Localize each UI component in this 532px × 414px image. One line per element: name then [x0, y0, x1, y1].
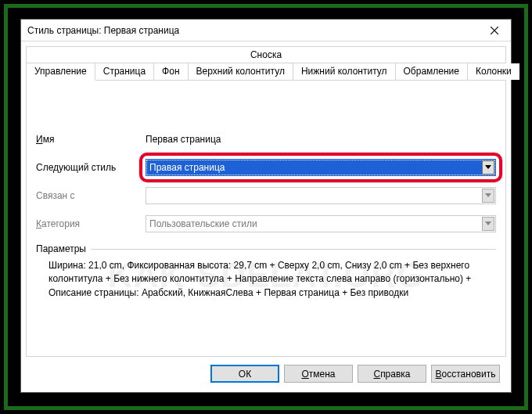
params-group: Параметры Ширина: 21,0 cm, Фиксированная…	[36, 243, 496, 300]
tab-page[interactable]: Страница	[95, 63, 154, 80]
close-button[interactable]	[478, 20, 511, 41]
label-category: Категория	[36, 218, 146, 229]
reset-button[interactable]: Восстановить	[431, 365, 500, 383]
label-linked: Связан с	[36, 190, 146, 201]
combo-category: Пользовательские стили	[146, 215, 496, 232]
params-text: Ширина: 21,0 cm, Фиксированная высота: 2…	[36, 254, 496, 300]
combo-next-style-value: Правая страница	[149, 162, 225, 173]
combo-linked	[146, 187, 496, 204]
window-title: Стиль страницы: Первая страница	[21, 25, 179, 36]
tab-footer[interactable]: Нижний колонтитул	[293, 63, 396, 80]
combo-next-style[interactable]: Правая страница	[146, 159, 496, 176]
tab-footnote[interactable]: Сноска	[243, 47, 289, 63]
label-next-style: Следующий стиль	[36, 162, 146, 173]
button-bar: ОК Отмена Справка Восстановить	[26, 357, 506, 392]
combo-category-value: Пользовательские стили	[149, 218, 257, 229]
row-linked: Связан с	[36, 187, 496, 204]
close-icon	[491, 27, 498, 34]
tab-header[interactable]: Верхний колонтитул	[189, 63, 293, 80]
label-name: Имя	[36, 134, 146, 145]
params-legend: Параметры	[36, 243, 496, 254]
next-style-highlight: Правая страница	[146, 159, 496, 176]
help-button[interactable]: Справка	[358, 365, 426, 383]
dialog-window: Стиль страницы: Первая страница Сноска У…	[20, 19, 512, 393]
tab-borders[interactable]: Обрамление	[396, 63, 468, 80]
chevron-down-icon	[482, 217, 494, 231]
titlebar: Стиль страницы: Первая страница	[21, 20, 511, 41]
tab-columns[interactable]: Колонки	[468, 63, 519, 80]
value-name: Первая страница	[146, 134, 496, 145]
row-name: Имя Первая страница	[36, 131, 496, 148]
chevron-down-icon	[482, 189, 494, 203]
chevron-down-icon	[482, 160, 494, 175]
tab-background[interactable]: Фон	[154, 63, 188, 80]
tab-container: Сноска Управление Страница Фон Верхний к…	[26, 46, 506, 81]
tab-content: KAK-SDELAT.ORG Имя Первая страница Следу…	[26, 81, 506, 357]
dialog-body: Сноска Управление Страница Фон Верхний к…	[21, 41, 511, 392]
tab-row-bottom: Управление Страница Фон Верхний колонтит…	[27, 63, 505, 81]
tab-row-top: Сноска	[27, 47, 505, 63]
row-category: Категория Пользовательские стили	[36, 215, 496, 232]
cancel-button[interactable]: Отмена	[284, 365, 353, 383]
tab-organizer[interactable]: Управление	[27, 63, 95, 81]
row-next-style: Следующий стиль Правая страница	[36, 159, 496, 176]
ok-button[interactable]: ОК	[210, 365, 279, 383]
